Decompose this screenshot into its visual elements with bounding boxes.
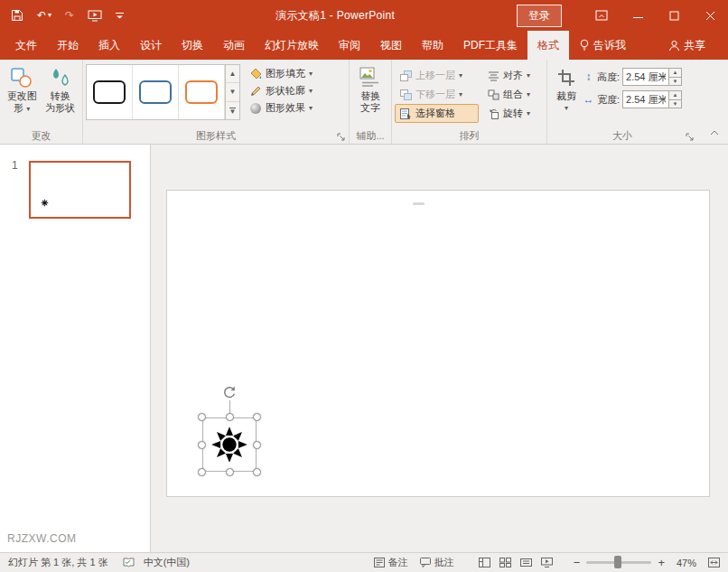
zoom-slider[interactable] (586, 561, 651, 564)
slide-thumbnail[interactable] (29, 161, 131, 219)
bring-forward-button[interactable]: 上移一层▾ (395, 66, 479, 85)
gallery-down-button[interactable]: ▼ (226, 83, 239, 101)
powerpoint-window: ↶▾ ↷ 演示文稿1 - PowerPoint 登录 (0, 0, 728, 572)
spellcheck-status-button[interactable] (123, 558, 135, 567)
zoom-in-button[interactable]: + (658, 558, 665, 567)
fit-window-icon (708, 558, 720, 567)
tab-format[interactable]: 格式 (527, 31, 569, 60)
selection-handle[interactable] (253, 413, 261, 421)
tab-insert[interactable]: 插入 (89, 31, 130, 60)
zoom-slider-thumb[interactable] (614, 556, 621, 568)
normal-view-button[interactable] (479, 558, 490, 567)
sun-shape[interactable] (210, 425, 249, 468)
share-person-icon (668, 40, 680, 52)
selection-handle[interactable] (253, 441, 261, 449)
selection-handle[interactable] (226, 413, 234, 421)
shape-outline-button[interactable]: 形状轮廓▾ (246, 82, 316, 99)
slide-canvas[interactable] (151, 145, 728, 552)
reading-view-button[interactable] (520, 558, 532, 567)
spellcheck-icon (123, 558, 135, 567)
width-step-up[interactable]: ▲ (669, 91, 681, 100)
change-shape-button[interactable]: 更改图 形 ▾ (3, 62, 42, 115)
width-input[interactable] (623, 91, 668, 108)
status-bar-right: 备注 批注 − (374, 556, 720, 569)
gallery-more-button[interactable]: ▼ (226, 102, 239, 119)
comments-toggle-button[interactable]: 批注 (420, 556, 454, 569)
tab-help[interactable]: 帮助 (412, 31, 453, 60)
gallery-down-icon: ▼ (229, 88, 237, 96)
close-button[interactable] (692, 0, 728, 31)
dialog-launcher-icon[interactable] (337, 131, 345, 144)
tab-file[interactable]: 文件 (5, 31, 47, 60)
slideshow-view-button[interactable] (541, 558, 553, 567)
title-bar-controls: 登录 (517, 0, 728, 31)
tab-slide-show[interactable]: 幻灯片放映 (255, 31, 329, 60)
width-step-down[interactable]: ▼ (669, 100, 681, 108)
tab-review[interactable]: 审阅 (329, 31, 370, 60)
start-slideshow-button[interactable] (88, 10, 102, 22)
height-input[interactable] (623, 69, 668, 85)
height-step-down[interactable]: ▼ (669, 78, 681, 86)
selected-shape-container (202, 417, 257, 472)
save-button[interactable] (11, 9, 23, 22)
shape-effects-button[interactable]: 图形效果▾ (246, 99, 316, 117)
fit-to-window-button[interactable] (708, 558, 720, 567)
slide-sorter-view-button[interactable] (499, 558, 511, 567)
shape-width-row: ↔ 宽度: ▲▼ (583, 90, 682, 108)
customize-qat-button[interactable] (116, 12, 124, 20)
zoom-out-button[interactable]: − (574, 558, 581, 567)
gallery-up-button[interactable]: ▲ (226, 65, 239, 83)
ribbon-group-arrange: 上移一层▾ 下移一层▾ 选择窗格 (392, 60, 547, 144)
dialog-launcher-icon[interactable] (686, 131, 694, 144)
slide-indicator[interactable]: 幻灯片 第 1 张, 共 1 张 (8, 556, 108, 569)
minimize-button[interactable] (620, 0, 656, 31)
crop-button[interactable]: 裁剪 ▾ (550, 62, 583, 114)
selection-pane-button[interactable]: 选择窗格 (395, 104, 479, 123)
redo-button[interactable]: ↷ (65, 9, 74, 22)
bring-forward-icon (400, 70, 412, 81)
tab-share[interactable]: 共享 (658, 31, 715, 60)
alt-text-button[interactable]: 替换 文字 (352, 62, 388, 114)
tab-animations[interactable]: 动画 (213, 31, 255, 60)
maximize-button[interactable] (656, 0, 692, 31)
shape-fill-button[interactable]: 图形填充▾ (246, 65, 316, 82)
chevron-down-icon: ▾ (309, 104, 313, 112)
convert-to-shape-button[interactable]: 转换 为形状 (42, 62, 80, 114)
collapse-ribbon-button[interactable] (710, 123, 719, 139)
ribbon-display-options-button[interactable] (583, 0, 620, 31)
slide-editing-surface[interactable] (166, 190, 710, 497)
selection-handle[interactable] (198, 413, 206, 421)
group-button[interactable]: 组合▾ (482, 85, 544, 104)
status-bar: 幻灯片 第 1 张, 共 1 张 中文(中国) 备注 批注 (0, 552, 728, 572)
tab-view[interactable]: 视图 (370, 31, 412, 60)
rotate-button[interactable]: 旋转▾ (482, 104, 544, 123)
tab-pdf-tools[interactable]: PDF工具集 (453, 31, 527, 60)
comments-icon (420, 558, 431, 567)
rotate-handle[interactable] (222, 385, 237, 403)
tab-tell-me[interactable]: 告诉我 (569, 31, 636, 60)
workspace: 1 RJZXW.COM (0, 145, 728, 552)
selection-handle[interactable] (226, 468, 234, 476)
alt-text-icon (359, 65, 381, 90)
language-status-button[interactable]: 中文(中国) (144, 556, 190, 569)
shape-style-swatch-black[interactable] (87, 65, 133, 119)
selection-handle[interactable] (198, 468, 206, 476)
zoom-level-button[interactable]: 47% (677, 558, 696, 568)
chevron-down-icon: ▾ (459, 71, 462, 80)
height-step-up[interactable]: ▲ (669, 69, 681, 78)
undo-icon: ↶ (37, 9, 46, 22)
undo-button[interactable]: ↶▾ (37, 9, 51, 22)
selection-handle[interactable] (198, 441, 206, 449)
selection-handle[interactable] (253, 468, 261, 476)
notes-toggle-button[interactable]: 备注 (374, 556, 408, 569)
send-backward-button[interactable]: 下移一层▾ (395, 85, 479, 104)
sign-in-button[interactable]: 登录 (517, 5, 562, 27)
tab-transitions[interactable]: 切换 (172, 31, 213, 60)
tab-design[interactable]: 设计 (130, 31, 172, 60)
slide-number: 1 (12, 159, 18, 172)
tab-home[interactable]: 开始 (47, 31, 89, 60)
shape-style-swatch-blue[interactable] (133, 65, 179, 119)
view-switcher (479, 558, 553, 567)
align-button[interactable]: 对齐▾ (482, 66, 544, 85)
shape-style-swatch-orange[interactable] (179, 65, 225, 119)
